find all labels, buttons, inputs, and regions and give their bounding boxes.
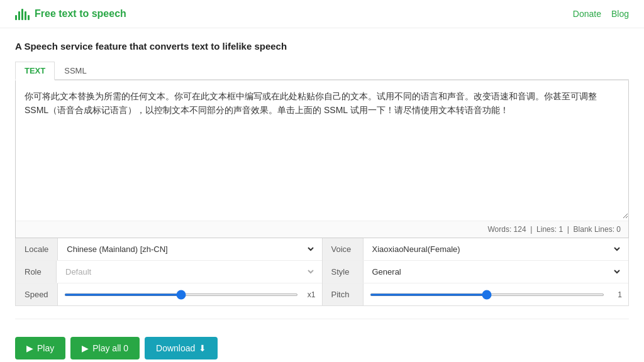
controls-grid: Locale Chinese (Mainland) [zh-CN] Role D… xyxy=(15,238,629,306)
logo: Free text to speech xyxy=(15,8,126,20)
tabs: TEXT SSML xyxy=(15,62,629,80)
style-content: General xyxy=(364,261,629,282)
divider xyxy=(15,319,629,319)
play-button[interactable]: ▶ Play xyxy=(15,337,65,359)
blog-link[interactable]: Blog xyxy=(611,9,629,19)
play-all-button[interactable]: ▶ Play all 0 xyxy=(70,337,140,359)
pitch-value: 1 xyxy=(609,290,622,299)
pitch-row: Pitch 1 xyxy=(323,283,629,305)
voice-content: XiaoxiaoNeural(Female) xyxy=(364,239,629,260)
style-select[interactable]: General xyxy=(370,266,623,277)
words-label: Words: xyxy=(487,225,511,234)
header: Free text to speech Donate Blog xyxy=(0,0,644,28)
page-subtitle: A Speech service feature that converts t… xyxy=(15,41,629,52)
tab-text[interactable]: TEXT xyxy=(15,62,55,80)
blank-lines-label: Blank Lines: xyxy=(574,225,614,234)
style-row: Style General xyxy=(323,261,629,283)
actions: ▶ Play ▶ Play all 0 Download ⬇ xyxy=(15,332,629,362)
words-value: 124 xyxy=(514,225,526,234)
tab-ssml[interactable]: SSML xyxy=(55,62,96,80)
word-count: Words: 124 | Lines: 1 | Blank Lines: 0 xyxy=(16,221,628,238)
pitch-slider[interactable] xyxy=(370,293,605,296)
logo-text: Free text to speech xyxy=(35,8,126,19)
logo-icon xyxy=(15,8,30,20)
locale-label: Locale xyxy=(16,238,58,260)
locale-content: Chinese (Mainland) [zh-CN] xyxy=(58,239,321,260)
blank-lines-value: 0 xyxy=(616,225,621,234)
play-all-icon: ▶ xyxy=(82,343,89,353)
speed-row: Speed x1 xyxy=(16,283,322,305)
role-row: Role Default xyxy=(16,261,322,283)
play-label: Play xyxy=(37,343,54,353)
speed-slider[interactable] xyxy=(64,293,298,296)
style-label: Style xyxy=(323,261,364,283)
main-content: A Speech service feature that converts t… xyxy=(0,28,644,362)
play-all-label: Play all 0 xyxy=(92,343,128,353)
locale-row: Locale Chinese (Mainland) [zh-CN] xyxy=(16,238,322,261)
text-area-wrapper: 你可将此文本替换为所需的任何文本。你可在此文本框中编写或在此处粘贴你自己的文本。… xyxy=(15,80,629,238)
speed-label: Speed xyxy=(16,283,58,305)
voice-label: Voice xyxy=(323,238,364,260)
download-label: Download xyxy=(156,343,195,353)
donate-link[interactable]: Donate xyxy=(573,9,601,19)
header-links: Donate Blog xyxy=(573,9,629,19)
lines-label: Lines: xyxy=(536,225,557,234)
pitch-content: 1 xyxy=(364,285,629,304)
download-icon: ⬇ xyxy=(199,343,206,353)
voice-row: Voice XiaoxiaoNeural(Female) xyxy=(323,238,629,261)
right-controls: Voice XiaoxiaoNeural(Female) Style Gener… xyxy=(323,238,629,305)
role-label: Role xyxy=(16,261,57,283)
download-button[interactable]: Download ⬇ xyxy=(145,337,218,359)
role-select[interactable]: Default xyxy=(63,266,316,277)
speed-content: x1 xyxy=(58,285,322,304)
locale-select[interactable]: Chinese (Mainland) [zh-CN] xyxy=(64,244,315,255)
text-input[interactable]: 你可将此文本替换为所需的任何文本。你可在此文本框中编写或在此处粘贴你自己的文本。… xyxy=(16,80,628,219)
lines-value: 1 xyxy=(558,225,563,234)
pitch-slider-wrapper: 1 xyxy=(370,290,623,299)
voice-select[interactable]: XiaoxiaoNeural(Female) xyxy=(370,244,623,255)
left-controls: Locale Chinese (Mainland) [zh-CN] Role D… xyxy=(16,238,323,305)
speed-slider-wrapper: x1 xyxy=(64,290,316,299)
play-icon: ▶ xyxy=(26,343,33,353)
role-content: Default xyxy=(57,261,322,282)
pitch-label: Pitch xyxy=(323,283,364,305)
speed-value: x1 xyxy=(303,290,316,299)
